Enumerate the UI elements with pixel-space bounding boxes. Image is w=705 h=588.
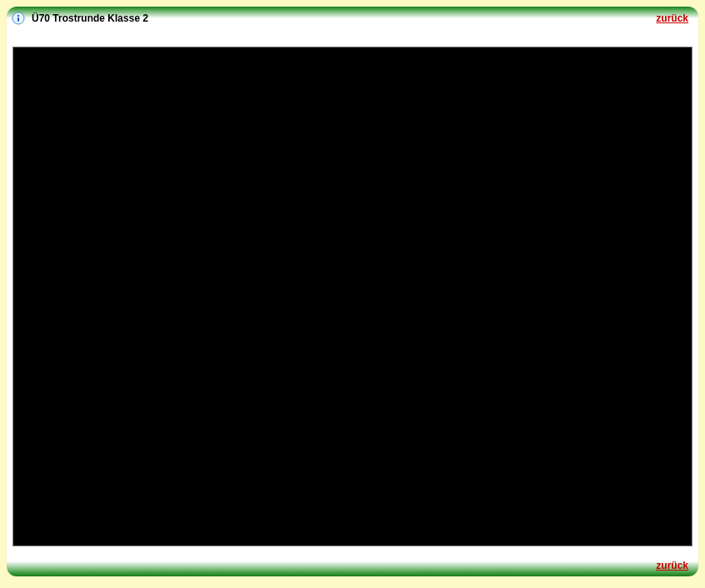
back-link-top[interactable]: zurück — [656, 12, 688, 24]
content-area — [7, 30, 698, 555]
svg-point-1 — [17, 15, 19, 17]
media-region — [12, 47, 693, 546]
footer-bar: zurück — [7, 555, 698, 576]
svg-rect-2 — [17, 17, 19, 22]
header-bar: Ü70 Trostrunde Klasse 2 zurück — [7, 7, 698, 30]
main-panel: Ü70 Trostrunde Klasse 2 zurück zurück — [7, 7, 698, 576]
page-title: Ü70 Trostrunde Klasse 2 — [32, 12, 656, 24]
info-icon[interactable] — [12, 12, 25, 25]
back-link-bottom[interactable]: zurück — [656, 560, 688, 571]
